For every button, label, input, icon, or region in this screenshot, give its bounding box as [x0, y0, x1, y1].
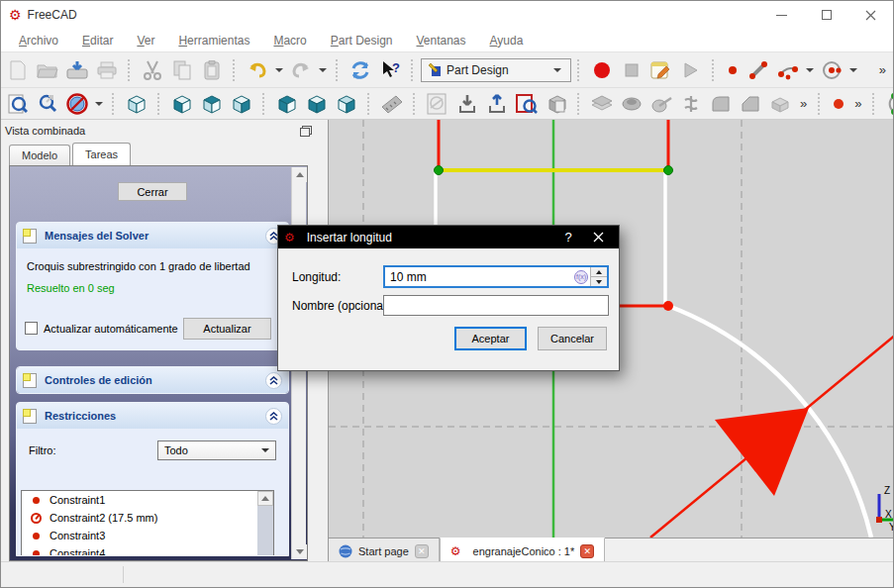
close-tab-icon[interactable]: ✕	[580, 544, 594, 558]
float-panel-icon[interactable]	[300, 126, 312, 137]
macro-edit-button[interactable]	[646, 56, 676, 84]
toolbar-overflow-button[interactable]: »	[849, 96, 866, 111]
new-document-button[interactable]	[3, 56, 33, 84]
tab-engranaje-conico[interactable]: ⚙ engranajeConico : 1* ✕	[440, 538, 606, 563]
save-document-button[interactable]	[62, 56, 92, 84]
menu-ayuda[interactable]: Ayuda	[480, 31, 534, 50]
undo-button[interactable]	[243, 56, 272, 84]
close-button[interactable]	[848, 1, 893, 29]
zoom-selection-button[interactable]	[33, 90, 62, 118]
update-button[interactable]: Actualizar	[183, 318, 271, 340]
view-axonometric-button[interactable]	[122, 90, 151, 118]
paste-button[interactable]	[197, 56, 227, 84]
sketch-vertex[interactable]	[663, 301, 673, 311]
view-top-button[interactable]	[197, 90, 227, 118]
scroll-down-button[interactable]	[292, 544, 307, 559]
sketch-vertex[interactable]	[435, 166, 444, 175]
length-input[interactable]	[385, 270, 574, 284]
scroll-up-button[interactable]	[257, 491, 273, 506]
close-tab-icon[interactable]: ✕	[415, 544, 429, 558]
accept-button[interactable]: Aceptar	[454, 327, 527, 350]
minimize-button[interactable]	[759, 1, 804, 29]
view-bottom-button[interactable]	[302, 90, 332, 118]
edit-controls-header[interactable]: Controles de edición	[17, 367, 288, 393]
spin-down-button[interactable]	[591, 276, 607, 286]
filter-dropdown[interactable]: Todo	[157, 441, 276, 460]
tab-modelo[interactable]: Modelo	[9, 145, 70, 165]
menu-part-design[interactable]: Part Design	[321, 31, 403, 50]
dialog-close-button[interactable]	[583, 226, 613, 248]
list-item[interactable]: Constraint1	[22, 491, 273, 509]
auto-update-checkbox[interactable]	[25, 322, 38, 335]
circle-dropdown-arrow[interactable]	[849, 68, 857, 72]
menu-ventanas[interactable]: Ventanas	[407, 31, 476, 50]
copy-button[interactable]	[167, 56, 197, 84]
undo-dropdown-arrow[interactable]	[275, 68, 283, 72]
menu-editar[interactable]: Editar	[72, 31, 123, 50]
constraints-list-scrollbar[interactable]	[257, 491, 273, 556]
list-item[interactable]: Constraint4	[22, 544, 273, 556]
draw-style-button[interactable]	[62, 90, 92, 118]
tab-tareas[interactable]: Tareas	[72, 143, 131, 165]
constraints-header[interactable]: Restricciones	[17, 403, 288, 429]
print-button[interactable]	[92, 56, 122, 84]
macro-stop-button[interactable]	[617, 56, 646, 84]
whats-this-button[interactable]: ?	[375, 56, 405, 84]
measure-button[interactable]	[377, 90, 407, 118]
draw-style-dropdown-arrow[interactable]	[95, 102, 103, 106]
scroll-up-button[interactable]	[292, 167, 307, 182]
view-left-button[interactable]	[332, 90, 361, 118]
create-sketch-button[interactable]	[423, 90, 452, 118]
export-sketch-button[interactable]	[482, 90, 512, 118]
menu-macro[interactable]: Macro	[263, 31, 316, 50]
fit-all-button[interactable]	[3, 90, 33, 118]
open-document-button[interactable]	[33, 56, 62, 84]
groove-button[interactable]	[676, 90, 706, 118]
macro-record-button[interactable]	[587, 56, 617, 84]
spin-up-button[interactable]	[591, 267, 607, 276]
pocket-button[interactable]	[617, 90, 646, 118]
view-rear-button[interactable]	[272, 90, 302, 118]
workbench-selector[interactable]: Part Design	[421, 58, 571, 82]
view-front-button[interactable]	[167, 90, 197, 118]
expression-editor-icon[interactable]: f(x)	[574, 270, 588, 284]
toolbar-overflow-button[interactable]: »	[795, 96, 812, 111]
validate-sketch-button[interactable]	[512, 90, 542, 118]
cut-button[interactable]	[138, 56, 167, 84]
chamfer-button[interactable]	[736, 90, 765, 118]
name-input[interactable]	[383, 295, 609, 316]
cancel-dialog-button[interactable]: Cancelar	[538, 327, 607, 350]
redo-dropdown-arrow[interactable]	[319, 68, 327, 72]
collapse-section-button[interactable]	[265, 372, 282, 389]
revolution-button[interactable]	[646, 90, 676, 118]
fillet-button[interactable]	[706, 90, 736, 118]
sketcher-point-button[interactable]	[828, 90, 849, 118]
list-item[interactable]: Constraint3	[22, 527, 273, 544]
pad-button[interactable]	[587, 90, 617, 118]
tab-start-page[interactable]: Start page ✕	[329, 539, 440, 563]
solver-section-header[interactable]: Mensajes del Solver	[17, 223, 288, 248]
draft-button[interactable]	[765, 90, 795, 118]
sketch-point-button[interactable]	[722, 56, 744, 84]
menu-herramientas[interactable]: Herramientas	[168, 31, 259, 50]
sketch-vertex[interactable]	[664, 166, 673, 175]
leave-sketch-button[interactable]	[452, 90, 482, 118]
dialog-help-button[interactable]: ?	[553, 226, 583, 248]
sketch-circle-button[interactable]	[817, 56, 846, 84]
view-right-button[interactable]	[227, 90, 256, 118]
arc-dropdown-arrow[interactable]	[806, 68, 814, 72]
menu-ver[interactable]: Ver	[127, 31, 164, 50]
map-sketch-button[interactable]	[542, 90, 571, 118]
macro-play-button[interactable]	[676, 56, 706, 84]
sketcher-element-button[interactable]	[882, 90, 894, 118]
toolbar-overflow-button[interactable]: »	[874, 62, 891, 77]
sketch-line-button[interactable]	[744, 56, 773, 84]
menu-archivo[interactable]: Archivo	[9, 31, 68, 50]
sketch-arc-button[interactable]	[773, 56, 803, 84]
dialog-title-bar[interactable]: ⚙ Insertar longitud ?	[278, 226, 619, 248]
maximize-button[interactable]	[804, 1, 848, 29]
sketch-arrow-triangle[interactable]	[715, 408, 809, 496]
collapse-section-button[interactable]	[265, 408, 282, 425]
refresh-button[interactable]	[346, 56, 375, 84]
list-item[interactable]: Constraint2 (17.5 mm)	[22, 509, 273, 527]
